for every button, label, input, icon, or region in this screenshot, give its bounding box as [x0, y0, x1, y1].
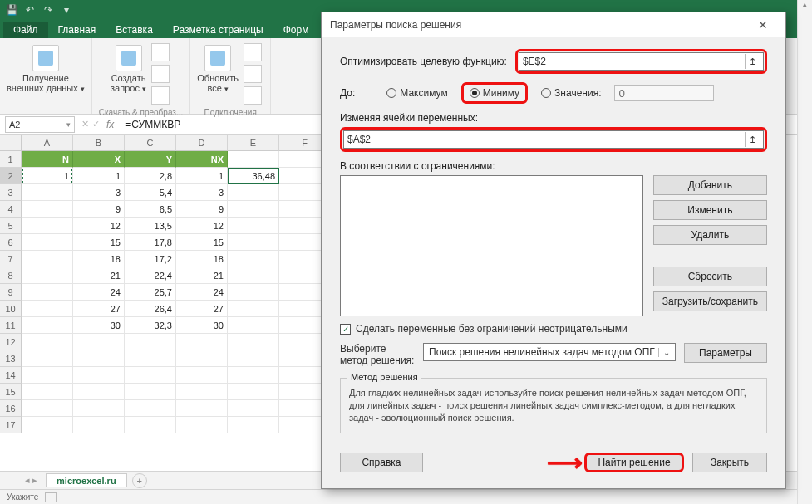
table-row [22, 384, 331, 400]
row-7[interactable]: 7 [0, 251, 22, 267]
reset-button[interactable]: Сбросить [653, 267, 767, 286]
col-D[interactable]: D [176, 135, 228, 151]
table-row: 35,43 [22, 184, 331, 201]
get-external-data-button[interactable]: Получениевнешних данных ▾ [7, 42, 85, 94]
row-1[interactable]: 1 [0, 151, 22, 168]
load-save-button[interactable]: Загрузить/сохранить [653, 291, 767, 311]
r-label-1: Обновить [197, 73, 239, 83]
hdr-X[interactable]: X [73, 151, 125, 168]
value-input[interactable] [614, 85, 714, 101]
hdr-Y[interactable]: Y [125, 151, 176, 168]
fx-icon[interactable]: fx [103, 119, 117, 130]
qat-more-icon[interactable]: ▾ [58, 2, 75, 18]
row-16[interactable]: 16 [0, 400, 22, 417]
col-E[interactable]: E [228, 135, 279, 151]
constraints-listbox[interactable] [340, 175, 643, 316]
hdr-E[interactable] [228, 151, 279, 168]
radio-min[interactable]: Миниму [465, 86, 524, 100]
ext-label-1: Получение [22, 73, 69, 83]
close-button[interactable]: Закрыть [692, 453, 767, 472]
add-button[interactable]: Добавить [653, 175, 767, 195]
new-query-button[interactable]: Создатьзапрос ▾ [111, 42, 146, 106]
tab-formulas[interactable]: Форм [273, 22, 319, 38]
row-11[interactable]: 11 [0, 317, 22, 334]
sheet-nav[interactable]: ◂ ▸ [25, 475, 37, 486]
row-17[interactable]: 17 [0, 417, 22, 433]
cell-E2[interactable]: 36,48 [228, 168, 279, 184]
group-legend: Метод решения [347, 372, 421, 382]
query-small-2[interactable] [151, 65, 170, 83]
cell-C2[interactable]: 2,8 [125, 168, 176, 184]
redo-icon[interactable]: ↷ [40, 2, 57, 18]
dialog-titlebar[interactable]: Параметры поиска решения ✕ [322, 12, 785, 37]
scroll-up-icon[interactable]: ▴ [798, 0, 812, 13]
radio-max[interactable]: Максимум [381, 86, 452, 100]
status-mode: Укажите [7, 492, 38, 502]
save-icon[interactable]: 💾 [3, 2, 20, 18]
hdr-N[interactable]: N [22, 151, 73, 168]
row-headers[interactable]: 1 2 3 4 5 6 7 8 9 10 11 12 13 14 15 16 1… [0, 151, 22, 433]
col-B[interactable]: B [73, 135, 125, 151]
column-headers[interactable]: A B C D E F [22, 135, 331, 151]
row-14[interactable]: 14 [0, 367, 22, 384]
row-4[interactable]: 4 [0, 201, 22, 218]
row-3[interactable]: 3 [0, 184, 22, 201]
name-box[interactable]: A2 ▾ [5, 116, 75, 133]
tab-insert[interactable]: Вставка [106, 22, 163, 38]
col-C[interactable]: C [125, 135, 176, 151]
delete-button[interactable]: Удалить [653, 225, 767, 245]
tab-pagelayout[interactable]: Разметка страницы [163, 22, 273, 38]
row-8[interactable]: 8 [0, 267, 22, 284]
change-button[interactable]: Изменить [653, 200, 767, 220]
tab-file[interactable]: Файл [3, 22, 48, 38]
tab-home[interactable]: Главная [48, 22, 106, 38]
row-12[interactable]: 12 [0, 334, 22, 350]
cell-D2[interactable]: 1 [176, 168, 228, 184]
sheet-tab-active[interactable]: microexcel.ru [46, 473, 127, 487]
row-2[interactable]: 2 [0, 168, 22, 184]
row-15[interactable]: 15 [0, 384, 22, 400]
vertical-scrollbar[interactable]: ▴ [797, 0, 812, 504]
help-button[interactable]: Справка [340, 453, 423, 472]
col-A[interactable]: A [22, 135, 73, 151]
radio-max-label: Максимум [400, 87, 447, 99]
cancel-icon[interactable]: ✕ [81, 119, 89, 130]
method-combo[interactable]: Поиск решения нелинейных задач методом О… [423, 343, 676, 361]
range-picker-icon[interactable]: ↥ [745, 54, 760, 69]
range-picker-icon[interactable]: ↥ [745, 132, 760, 147]
chevron-down-icon[interactable]: ▾ [66, 120, 71, 129]
undo-icon[interactable]: ↶ [22, 2, 38, 18]
query-small-1[interactable] [151, 43, 170, 61]
chevron-down-icon[interactable]: ⌄ [658, 348, 670, 357]
accept-icon[interactable]: ✓ [92, 119, 100, 130]
changing-cells-input[interactable]: $A$2 ↥ [343, 130, 764, 149]
dialog-title: Параметры поиска решения [330, 19, 749, 31]
cell-A2[interactable]: 1 [22, 168, 73, 184]
row-9[interactable]: 9 [0, 284, 22, 301]
conn-small-3[interactable] [244, 86, 262, 105]
macro-record-icon[interactable] [45, 492, 57, 502]
nonneg-checkbox[interactable]: ✓ Сделать переменные без ограничений нео… [340, 323, 767, 335]
row-13[interactable]: 13 [0, 350, 22, 367]
close-icon[interactable]: ✕ [749, 18, 777, 32]
solve-button[interactable]: Найти решение [584, 453, 684, 472]
query-icon [116, 45, 142, 71]
row-6[interactable]: 6 [0, 234, 22, 251]
radio-value[interactable]: Значения: [536, 86, 606, 100]
cell-B2[interactable]: 1 [73, 168, 125, 184]
params-button[interactable]: Параметры [684, 343, 767, 363]
table-row: 1517,815 [22, 234, 331, 251]
select-all-corner[interactable] [0, 135, 22, 151]
radio-min-label: Миниму [483, 87, 519, 99]
conn-small-2[interactable] [244, 65, 262, 83]
query-small-3[interactable] [151, 86, 170, 105]
hdr-NX[interactable]: NX [176, 151, 228, 168]
objective-input[interactable]: $E$2 ↥ [519, 52, 764, 71]
conn-small-1[interactable] [244, 43, 262, 61]
row-10[interactable]: 10 [0, 301, 22, 317]
cells-area[interactable]: N X Y NX 1 1 2,8 1 36,48 35,43 96,59 121… [22, 151, 331, 433]
row-5[interactable]: 5 [0, 218, 22, 234]
add-sheet-button[interactable]: + [132, 473, 147, 488]
refresh-all-button[interactable]: Обновитьвсе ▾ [197, 42, 239, 106]
ext-label-2: внешних данных [7, 83, 78, 93]
